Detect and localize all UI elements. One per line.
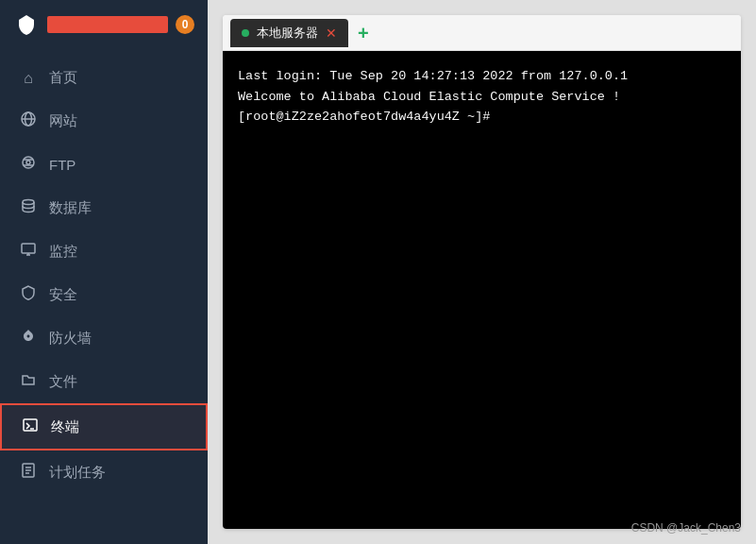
sidebar-item-task[interactable]: 计划任务 (0, 450, 208, 494)
terminal-window: 本地服务器 ✕ + Last login: Tue Sep 20 14:27:1… (223, 15, 741, 529)
terminal-tabs: 本地服务器 ✕ + (223, 15, 741, 51)
sidebar-item-terminal[interactable]: 终端 (0, 403, 208, 450)
sidebar-item-ftp[interactable]: FTP (0, 143, 208, 186)
sidebar-title-bar (47, 16, 168, 33)
sidebar-item-database[interactable]: 数据库 (0, 186, 208, 230)
sidebar-item-label-task: 计划任务 (49, 464, 106, 482)
sidebar-item-label-website: 网站 (49, 112, 77, 130)
terminal-line-3: Welcome to Alibaba Cloud Elastic Compute… (238, 87, 726, 108)
sidebar-item-website[interactable]: 网站 (0, 99, 208, 143)
terminal-container: 本地服务器 ✕ + Last login: Tue Sep 20 14:27:1… (208, 0, 756, 544)
task-icon (19, 463, 38, 482)
notification-badge: 0 (176, 15, 194, 34)
sidebar-item-label-ftp: FTP (49, 157, 76, 173)
firewall-icon (19, 329, 38, 348)
logo-icon (13, 11, 40, 38)
svg-point-4 (26, 161, 30, 164)
sidebar-item-label-home: 首页 (49, 69, 77, 87)
terminal-tab-local[interactable]: 本地服务器 ✕ (230, 19, 348, 47)
svg-point-7 (23, 200, 34, 205)
terminal-icon (21, 417, 40, 436)
sidebar-item-firewall[interactable]: 防火墙 (0, 316, 208, 360)
sidebar: 0 ⌂ 首页 网站 FTP 数据库 (0, 0, 208, 544)
sidebar-item-files[interactable]: 文件 (0, 360, 208, 403)
sidebar-header: 0 (0, 0, 208, 49)
sidebar-item-label-files: 文件 (49, 373, 77, 391)
watermark: CSDN @Jack_Chen3 (631, 521, 741, 535)
security-icon (19, 285, 38, 304)
svg-rect-8 (22, 244, 35, 253)
tab-close-button[interactable]: ✕ (326, 26, 337, 40)
database-icon (19, 198, 38, 217)
sidebar-item-home[interactable]: ⌂ 首页 (0, 57, 208, 99)
sidebar-item-label-terminal: 终端 (51, 418, 79, 436)
tab-add-button[interactable]: + (352, 24, 375, 42)
svg-point-3 (23, 157, 34, 168)
terminal-body[interactable]: Last login: Tue Sep 20 14:27:13 2022 fro… (223, 51, 741, 529)
sidebar-nav: ⌂ 首页 网站 FTP 数据库 监控 (0, 49, 208, 544)
sidebar-item-label-firewall: 防火墙 (49, 330, 92, 348)
home-icon: ⌂ (19, 70, 38, 87)
main-content: 本地服务器 ✕ + Last login: Tue Sep 20 14:27:1… (208, 0, 756, 544)
sidebar-item-monitor[interactable]: 监控 (0, 230, 208, 273)
terminal-line-5: [root@iZ2ze2ahofeot7dw4a4yu4Z ~]# (238, 107, 726, 128)
tab-status-dot (242, 29, 249, 37)
sidebar-item-security[interactable]: 安全 (0, 273, 208, 316)
terminal-line-1: Last login: Tue Sep 20 14:27:13 2022 fro… (238, 66, 726, 87)
tab-label: 本地服务器 (257, 25, 318, 42)
ftp-icon (19, 155, 38, 174)
sidebar-item-label-monitor: 监控 (49, 243, 77, 261)
sidebar-item-label-security: 安全 (49, 286, 77, 304)
website-icon (19, 111, 38, 130)
sidebar-item-label-database: 数据库 (49, 199, 92, 217)
monitor-icon (19, 242, 38, 261)
files-icon (19, 372, 38, 391)
